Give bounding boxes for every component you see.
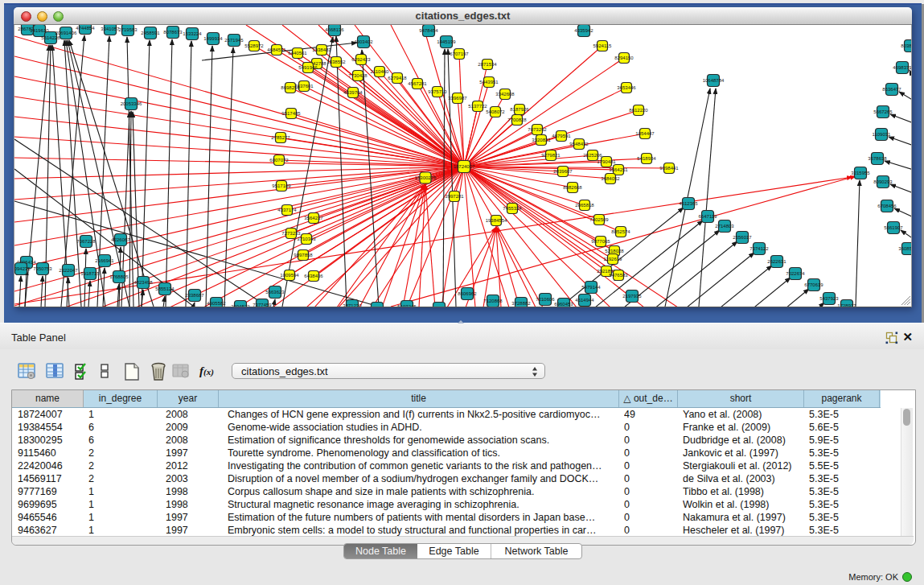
- svg-text:3564217: 3564217: [304, 216, 323, 220]
- svg-text:5137722: 5137722: [468, 104, 487, 109]
- svg-text:5218028: 5218028: [605, 249, 624, 253]
- svg-text:5107245: 5107245: [397, 304, 417, 307]
- svg-text:1009594: 1009594: [280, 273, 299, 278]
- svg-text:5661907: 5661907: [884, 225, 903, 230]
- svg-text:7120868: 7120868: [483, 299, 503, 303]
- svg-text:3320821: 3320821: [532, 138, 551, 142]
- svg-text:20053346: 20053346: [121, 101, 142, 106]
- svg-text:2839607: 2839607: [553, 169, 573, 174]
- svg-text:8038374: 8038374: [901, 43, 912, 48]
- svg-text:4905582: 4905582: [207, 301, 226, 306]
- svg-text:6708456: 6708456: [877, 204, 897, 208]
- svg-text:9375710: 9375710: [428, 89, 447, 94]
- svg-text:1445199: 1445199: [437, 39, 456, 44]
- svg-text:6440561: 6440561: [288, 51, 307, 56]
- svg-text:1538552: 1538552: [326, 60, 346, 64]
- svg-text:8536477: 8536477: [882, 87, 901, 92]
- svg-text:2719583: 2719583: [118, 27, 138, 32]
- svg-text:2571945: 2571945: [224, 38, 244, 43]
- svg-text:2622631: 2622631: [767, 259, 786, 264]
- svg-text:3396987: 3396987: [448, 96, 467, 101]
- svg-text:2785277: 2785277: [271, 135, 290, 140]
- svg-text:4514944: 4514944: [575, 298, 594, 303]
- svg-text:8698256: 8698256: [281, 85, 300, 90]
- svg-text:5667265: 5667265: [873, 109, 893, 114]
- svg-text:2871534: 2871534: [478, 62, 497, 67]
- svg-text:4698379: 4698379: [893, 65, 912, 70]
- svg-text:1192619: 1192619: [604, 257, 623, 262]
- svg-text:6960453: 6960453: [554, 302, 573, 307]
- svg-text:1768805: 1768805: [109, 274, 129, 279]
- svg-text:7700828: 7700828: [507, 117, 527, 122]
- svg-text:7374122: 7374122: [749, 246, 769, 251]
- svg-text:1054447: 1054447: [635, 131, 655, 136]
- svg-text:9517485: 9517485: [281, 111, 301, 116]
- svg-text:3741438: 3741438: [429, 306, 449, 307]
- svg-text:1728977: 1728977: [837, 303, 856, 307]
- svg-text:9398441: 9398441: [659, 166, 679, 171]
- svg-text:3678638: 3678638: [868, 156, 887, 161]
- svg-text:2197935: 2197935: [622, 294, 642, 299]
- svg-text:4337174: 4337174: [277, 208, 297, 212]
- svg-text:2166941: 2166941: [95, 258, 114, 263]
- svg-text:3564251: 3564251: [609, 167, 628, 172]
- svg-text:5528972: 5528972: [244, 43, 264, 48]
- svg-text:8606962: 8606962: [458, 291, 477, 296]
- svg-text:4744854: 4744854: [76, 26, 95, 31]
- svg-text:3997281: 3997281: [445, 194, 464, 199]
- svg-text:2556017: 2556017: [733, 235, 752, 240]
- svg-text:3342608: 3342608: [495, 92, 515, 97]
- svg-text:6647119: 6647119: [699, 214, 718, 219]
- svg-text:4684531: 4684531: [267, 47, 286, 52]
- svg-text:9877065: 9877065: [591, 239, 610, 244]
- svg-text:5479144: 5479144: [581, 285, 601, 290]
- svg-text:8852574: 8852574: [611, 229, 630, 234]
- svg-text:8187926: 8187926: [510, 107, 529, 112]
- svg-text:7022674: 7022674: [786, 271, 805, 276]
- svg-text:5408072: 5408072: [486, 109, 505, 114]
- svg-text:3871230: 3871230: [343, 303, 362, 307]
- svg-text:4539704: 4539704: [343, 90, 363, 95]
- svg-text:9478454: 9478454: [419, 28, 438, 33]
- svg-text:3341057: 3341057: [101, 27, 120, 31]
- svg-text:7402509: 7402509: [589, 217, 609, 222]
- svg-text:9548432: 9548432: [569, 142, 589, 146]
- svg-text:1109031: 1109031: [873, 132, 892, 137]
- svg-text:6438436: 6438436: [304, 274, 323, 278]
- svg-text:7455324: 7455324: [503, 206, 522, 211]
- svg-text:5924115: 5924115: [593, 43, 613, 48]
- svg-text:5443951: 5443951: [479, 80, 499, 84]
- svg-text:9517169: 9517169: [272, 183, 291, 188]
- svg-text:8294150: 8294150: [614, 56, 634, 60]
- svg-text:7377459: 7377459: [253, 303, 272, 307]
- svg-text:7273233: 7273233: [281, 231, 301, 236]
- svg-text:3653446: 3653446: [617, 85, 636, 90]
- svg-text:4903402: 4903402: [354, 39, 373, 44]
- svg-text:4679591: 4679591: [552, 134, 571, 138]
- svg-text:7073292: 7073292: [528, 127, 547, 132]
- svg-text:2065818: 2065818: [575, 203, 594, 208]
- svg-text:9897858: 9897858: [294, 253, 313, 257]
- svg-text:8612220: 8612220: [629, 108, 648, 113]
- svg-text:7210606: 7210606: [536, 297, 555, 302]
- svg-text:5918715: 5918715: [80, 271, 100, 276]
- svg-text:1790481: 1790481: [597, 159, 616, 164]
- svg-text:1499914: 1499914: [203, 36, 223, 41]
- svg-text:9961380: 9961380: [368, 306, 387, 307]
- svg-text:7350753: 7350753: [33, 266, 52, 271]
- svg-text:4226067: 4226067: [111, 237, 130, 242]
- svg-text:2458591: 2458591: [141, 31, 160, 35]
- svg-text:5614226: 5614226: [41, 35, 60, 40]
- svg-text:8082668: 8082668: [563, 185, 582, 190]
- svg-text:4668136: 4668136: [325, 27, 344, 32]
- svg-text:6292423: 6292423: [351, 57, 371, 62]
- svg-text:3728882: 3728882: [511, 301, 531, 306]
- svg-text:2338687: 2338687: [185, 293, 204, 298]
- svg-text:18724007: 18724007: [454, 164, 475, 169]
- svg-text:9279821: 9279821: [541, 153, 561, 158]
- svg-text:3608513: 3608513: [898, 246, 912, 251]
- svg-text:2525206: 2525206: [583, 153, 602, 158]
- svg-text:6007072: 6007072: [269, 158, 289, 163]
- svg-text:8090293: 8090293: [873, 179, 893, 184]
- svg-text:6707197: 6707197: [450, 51, 469, 56]
